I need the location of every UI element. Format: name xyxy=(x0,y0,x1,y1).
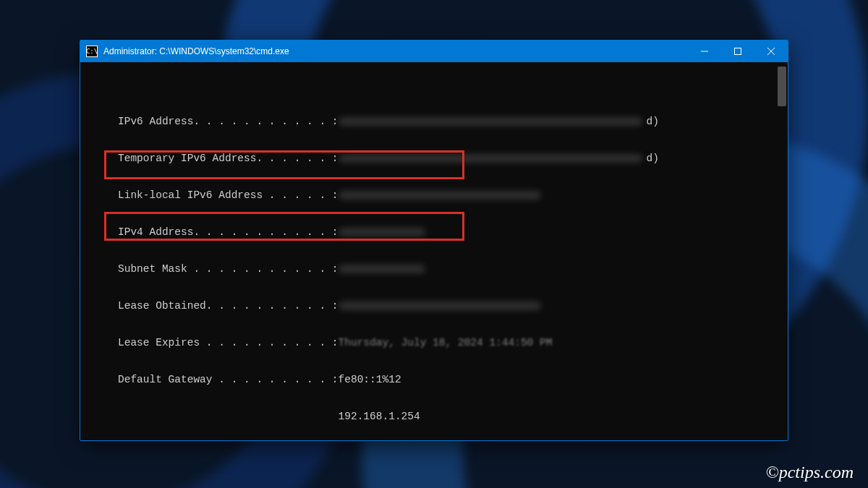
svg-rect-1 xyxy=(735,48,741,55)
scrollbar[interactable] xyxy=(778,67,786,106)
close-button[interactable] xyxy=(754,40,788,62)
paren: d) xyxy=(647,116,659,128)
redacted-value xyxy=(339,154,642,163)
minimize-button[interactable] xyxy=(688,40,721,62)
redacted-value xyxy=(339,117,642,126)
redacted-value xyxy=(339,191,541,200)
subnet-mask-label: Subnet Mask . . . . . . . . . . . : xyxy=(118,263,339,275)
lease-expires-value: Thursday, July 18, 2024 1:44:50 PM xyxy=(339,337,553,349)
redacted-value xyxy=(339,228,425,236)
cmd-window: C:\ Administrator: C:\WINDOWS\system32\c… xyxy=(80,40,788,441)
redacted-value xyxy=(339,265,425,273)
lease-expires-label: Lease Expires . . . . . . . . . . : xyxy=(118,337,339,349)
temp-ipv6-label: Temporary IPv6 Address. . . . . . : xyxy=(118,153,339,165)
maximize-button[interactable] xyxy=(721,40,754,62)
link-local-label: Link-local IPv6 Address . . . . . : xyxy=(118,189,339,202)
titlebar[interactable]: C:\ Administrator: C:\WINDOWS\system32\c… xyxy=(80,40,788,62)
redacted-value xyxy=(339,301,541,310)
gateway-ipv4-value: 192.168.1.254 xyxy=(339,411,420,423)
window-title: Administrator: C:\WINDOWS\system32\cmd.e… xyxy=(103,46,688,56)
ipv6-address-label: IPv6 Address. . . . . . . . . . . : xyxy=(118,116,339,128)
lease-obtained-label: Lease Obtained. . . . . . . . . . : xyxy=(118,300,339,312)
gateway-ipv6-value: fe80::1%12 xyxy=(339,374,401,386)
paren: d) xyxy=(647,153,659,165)
default-gateway-label: Default Gateway . . . . . . . . . : xyxy=(118,374,339,386)
terminal-output[interactable]: IPv6 Address. . . . . . . . . . . : d) T… xyxy=(80,62,788,440)
watermark: ©pctips.com xyxy=(765,463,854,482)
cmd-icon: C:\ xyxy=(86,46,98,57)
ipv4-address-label: IPv4 Address. . . . . . . . . . . : xyxy=(118,226,339,239)
